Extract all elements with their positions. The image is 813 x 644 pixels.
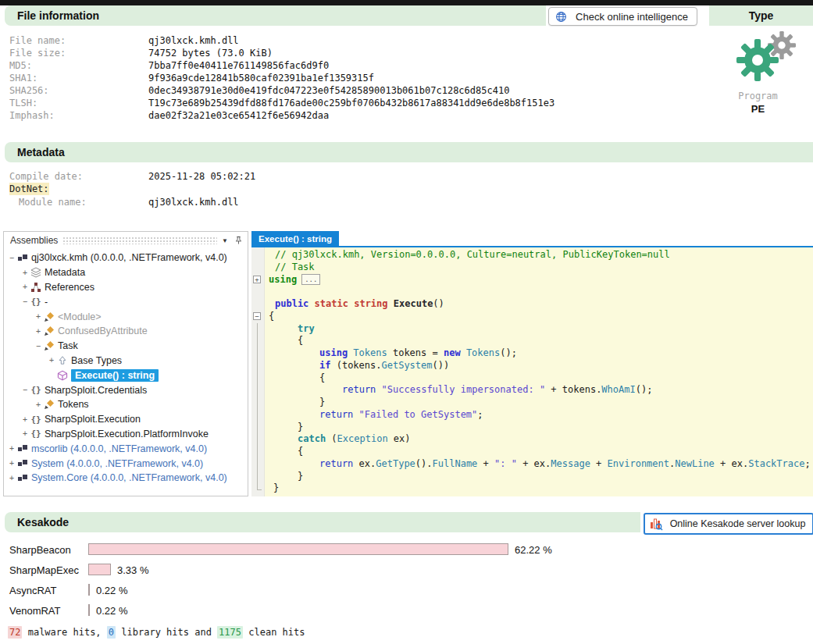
fold-marker[interactable]: + <box>253 276 261 283</box>
metadata-row: Compile date:2025-11-28 05:02:21 <box>0 170 813 183</box>
metadata-icon <box>30 267 42 278</box>
tree-expander[interactable]: − <box>20 297 30 306</box>
code-token: public <box>275 298 308 309</box>
code-token: } <box>298 422 303 432</box>
tree-item-label: Execute() : string <box>71 369 159 382</box>
file-information-title: File information <box>5 9 99 22</box>
code-token: using <box>269 274 297 285</box>
assembly-icon <box>16 252 29 263</box>
tree-item-label: <Module> <box>58 311 102 322</box>
summary-text: library hits and <box>116 627 217 638</box>
kesakode-lookup-button[interactable]: Online Kesakode server lookup <box>644 513 813 535</box>
library-hits-count: 0 <box>107 626 116 639</box>
tree-expander[interactable]: + <box>20 283 30 291</box>
tree-expander[interactable]: − <box>7 254 16 262</box>
match-name: AsyncRAT <box>9 585 56 596</box>
code-token <box>461 347 466 358</box>
top-black-bar <box>0 0 813 5</box>
pin-icon[interactable] <box>234 236 243 245</box>
code-token: return <box>319 458 353 469</box>
match-name: SharpBeacon <box>9 544 71 556</box>
tree-item[interactable]: +Metadata <box>4 265 248 280</box>
code-gutter-cell: + <box>251 274 264 286</box>
tree-item[interactable]: +{}SharpSploit.Execution <box>4 412 248 427</box>
tree-item[interactable]: +System.Core (4.0.0.0, .NETFramework, v4… <box>4 471 248 486</box>
references-icon <box>30 282 42 293</box>
file-type-gears <box>730 31 808 86</box>
chevron-down-icon[interactable]: ▼ <box>222 237 228 244</box>
tree-expander[interactable]: + <box>34 400 43 409</box>
check-button-label: Check online intelligence <box>576 11 688 23</box>
check-online-intelligence-button[interactable]: Check online intelligence <box>548 7 697 26</box>
tree-expander[interactable]: + <box>7 459 16 468</box>
tree-item-label: mscorlib (4.0.0.0, .NETFramework, v4.0) <box>31 443 207 454</box>
assemblies-panel: Assemblies ▼ −qj30lxck.kmh (0.0.0.0, .NE… <box>3 231 248 496</box>
assemblies-panel-header: Assemblies ▼ <box>4 232 248 249</box>
tree-item[interactable]: +ConfusedByAttribute <box>4 324 248 339</box>
code-text: } <box>264 482 279 495</box>
tree-item[interactable]: +System (4.0.0.0, .NETFramework, v4.0) <box>4 456 248 471</box>
tree-expander[interactable]: + <box>20 269 30 277</box>
code-token: string <box>354 298 387 309</box>
tree-expander[interactable]: + <box>7 474 16 482</box>
code-token: new <box>444 347 461 358</box>
code-gutter-cell <box>251 298 264 311</box>
tree-expander[interactable]: + <box>34 327 43 336</box>
tab-execute-string[interactable]: Execute() : string <box>251 231 339 246</box>
code-token: WhoAmI <box>601 384 635 395</box>
tree-item[interactable]: −{}- <box>4 294 248 309</box>
namespace-icon: {} <box>30 385 42 396</box>
code-gutter-cell <box>251 471 264 483</box>
tree-expander[interactable]: + <box>20 429 30 438</box>
tree-expander[interactable]: − <box>20 386 30 394</box>
tree-expander[interactable]: + <box>47 356 56 365</box>
decompiled-code-area[interactable]: // qj30lxck.kmh, Version=0.0.0.0, Cultur… <box>251 247 813 496</box>
code-line: } <box>251 471 813 483</box>
field-label: File name: <box>9 34 66 47</box>
field-value: T19c73e689b25439dfd88fd176ade00c259bf070… <box>148 97 554 109</box>
code-token: ex) <box>388 433 411 444</box>
tree-expander[interactable]: + <box>20 415 30 424</box>
code-token: ()) <box>433 360 450 371</box>
tree-expander[interactable]: − <box>34 342 43 350</box>
code-text: try <box>264 323 315 336</box>
tree-item[interactable]: +Base Types <box>4 354 248 368</box>
metadata-row: Module name:qj30lxck.kmh.dll <box>0 196 813 208</box>
assembly-icon <box>16 472 29 483</box>
code-token: + <box>477 458 494 469</box>
code-token: FullName <box>433 458 478 469</box>
tree-item[interactable]: +Tokens <box>4 397 248 412</box>
code-token: NewLine <box>675 458 715 469</box>
field-label: Compile date: <box>9 170 83 183</box>
code-gutter-cell <box>251 446 264 458</box>
match-bar <box>88 604 90 616</box>
tree-item-label: qj30lxck.kmh (0.0.0.0, .NETFramework, v4… <box>31 252 227 263</box>
tree-item[interactable]: −Task <box>4 339 248 354</box>
tree-item[interactable]: Execute() : string <box>4 368 248 382</box>
code-token: Message <box>551 458 590 469</box>
field-label: Module name: <box>19 196 87 208</box>
tree-item[interactable]: −qj30lxck.kmh (0.0.0.0, .NETFramework, v… <box>4 251 248 265</box>
code-token: ... <box>301 274 320 285</box>
tree-item[interactable]: +<Module> <box>4 309 248 324</box>
tree-expander[interactable]: + <box>34 312 43 321</box>
code-gutter-cell <box>251 458 264 471</box>
tree-item[interactable]: +mscorlib (4.0.0.0, .NETFramework, v4.0) <box>4 441 248 456</box>
file-info-row: File size:74752 bytes (73.0 KiB) <box>0 47 813 59</box>
code-token <box>353 409 358 420</box>
code-token <box>388 298 394 309</box>
tree-item[interactable]: +{}SharpSploit.Execution.PlatformInvoke <box>4 427 248 442</box>
globe-icon <box>555 11 567 23</box>
fold-marker[interactable]: − <box>253 312 261 320</box>
basetypes-icon <box>56 355 69 366</box>
tree-item[interactable]: −{}SharpSploit.Credentials <box>4 382 248 397</box>
match-bar <box>88 584 90 596</box>
tree-expander[interactable]: + <box>7 444 16 453</box>
class-icon <box>43 340 55 351</box>
tree-item[interactable]: +References <box>4 280 248 295</box>
metadata-header: Metadata <box>5 142 813 162</box>
code-token: ; <box>477 409 483 420</box>
match-percent: 62.22 % <box>515 544 552 556</box>
code-line: { <box>251 372 813 385</box>
code-line: // Task <box>251 262 813 274</box>
